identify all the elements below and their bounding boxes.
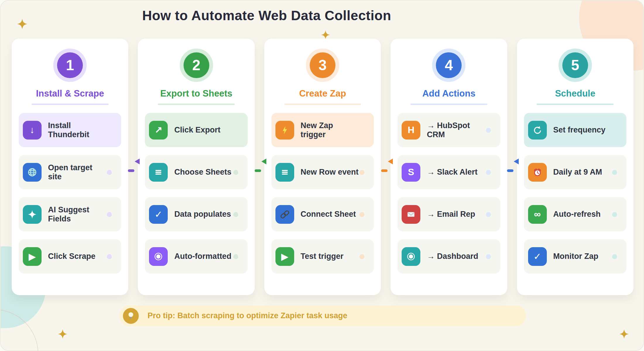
menu-lines-icon: [149, 163, 168, 182]
item-dot: [612, 128, 617, 133]
item-dot: [359, 170, 364, 175]
step-card-4: 4 Add Actions H → HubSpot CRM S → Slack …: [390, 39, 507, 295]
step-item: ▶ Click Scrape: [19, 239, 121, 273]
sparkle-icon: [57, 329, 68, 339]
item-dot: [612, 212, 617, 217]
step-item-label: → Slack Alert: [427, 168, 491, 177]
step-title: Export to Sheets: [145, 88, 247, 99]
step-item: New Row event: [271, 155, 374, 189]
step-badge-halo: 4: [432, 49, 465, 82]
step-item-label: Test trigger: [301, 252, 358, 261]
infinity-icon: ∞: [528, 205, 547, 224]
step-item: ∞ Auto-refresh: [524, 197, 626, 231]
arrow-dash: [255, 169, 261, 172]
sparkle-icon: [619, 329, 629, 339]
step-card-1: 1 Install & Scrape ↓ Install Thunderbit …: [12, 39, 128, 295]
play-icon: ▶: [23, 247, 42, 266]
infographic-page: How to Automate Web Data Collection 1 In…: [0, 0, 644, 351]
step-number-badge: 2: [184, 52, 209, 78]
connector-arrow-4: [507, 159, 519, 172]
step-item: Choose Sheets: [145, 155, 247, 189]
item-dot: [107, 212, 112, 217]
step-item-label: Click Export: [174, 125, 234, 135]
step-item: → Email Rep: [398, 197, 500, 231]
arrow-left-icon: [261, 159, 266, 164]
step-number-badge: 1: [57, 52, 83, 78]
item-dot: [359, 212, 364, 217]
item-dot: [359, 128, 364, 133]
connector-arrow-3: [381, 159, 393, 172]
slack-s-icon: S: [402, 163, 420, 182]
step-item: ↓ Install Thunderbit: [19, 113, 121, 147]
sparkle-icon: [321, 30, 330, 40]
step-badge-halo: 3: [306, 49, 339, 82]
item-dot: [233, 254, 238, 259]
item-dot: [612, 170, 617, 175]
step-number-badge: 4: [436, 52, 462, 78]
pro-tip-text: Pro tip: Batch scraping to optimize Zapi…: [148, 311, 347, 320]
check-icon: ✓: [528, 247, 547, 266]
step-item: Open target site: [19, 155, 121, 189]
ring-icon: [402, 247, 420, 266]
step-item: Daily at 9 AM: [524, 155, 626, 189]
step-title-underline: [537, 104, 614, 105]
step-item: ✓ Data populates: [145, 197, 247, 231]
play-icon: ▶: [275, 247, 294, 266]
item-dot: [107, 254, 112, 259]
step-item: ▶ Test trigger: [271, 239, 374, 273]
item-dot: [107, 128, 112, 133]
globe-icon: [23, 163, 42, 182]
connector-arrow-2: [255, 159, 266, 172]
step-item: New Zap trigger: [271, 113, 374, 147]
pro-tip-banner: Pro tip: Batch scraping to optimize Zapi…: [119, 305, 526, 326]
step-badge-halo: 5: [559, 49, 592, 82]
link-icon: [275, 205, 294, 224]
download-arrow-icon: ↓: [23, 121, 42, 140]
item-dot: [486, 128, 491, 133]
item-dot: [107, 170, 112, 175]
step-item: Connect Sheet: [271, 197, 374, 231]
envelope-icon: [402, 205, 420, 224]
hubspot-h-icon: H: [402, 121, 420, 140]
ai-sparkle-icon: [23, 205, 42, 224]
item-dot: [359, 254, 364, 259]
connector-arrow-1: [128, 159, 140, 172]
item-dot: [233, 170, 238, 175]
step-item: ✓ Monitor Zap: [524, 239, 626, 273]
step-badge-halo: 1: [53, 49, 87, 82]
ring-icon: [149, 247, 168, 266]
step-item-label: Click Scrape: [48, 252, 109, 261]
step-item-label: Daily at 9 AM: [553, 168, 616, 177]
step-item: AI Suggest Fields: [19, 197, 121, 231]
arrow-dash: [381, 169, 388, 172]
step-title-underline: [284, 104, 361, 105]
arrow-dash: [128, 169, 134, 172]
alarm-clock-icon: [528, 163, 547, 182]
step-item: S → Slack Alert: [398, 155, 500, 189]
step-item-label: Set frequency: [553, 125, 620, 135]
arrow-up-right-icon: ↗: [149, 121, 168, 140]
step-item: Auto-formatted: [145, 239, 247, 273]
step-item-label: → Email Rep: [427, 210, 489, 219]
step-badge-halo: 2: [180, 49, 213, 82]
step-item-label: → Dashboard: [427, 252, 492, 261]
page-title: How to Automate Web Data Collection: [1, 8, 533, 23]
step-title: Create Zap: [271, 88, 374, 99]
item-dot: [486, 212, 491, 217]
step-item: → Dashboard: [398, 239, 500, 273]
step-item: Set frequency: [524, 113, 626, 147]
step-item-label: Monitor Zap: [553, 252, 612, 261]
step-item-label: Auto-refresh: [553, 210, 615, 219]
item-dot: [233, 128, 238, 133]
arrow-left-icon: [514, 159, 519, 164]
item-dot: [486, 170, 491, 175]
lightbulb-icon: [123, 308, 139, 324]
refresh-icon: [528, 121, 547, 140]
item-dot: [486, 254, 491, 259]
arrow-left-icon: [135, 159, 140, 164]
step-title: Schedule: [524, 88, 626, 99]
lightning-icon: [275, 121, 294, 140]
step-card-5: 5 Schedule Set frequency Daily at 9 AM ∞: [517, 39, 633, 295]
menu-lines-icon: [275, 163, 294, 182]
step-title: Add Actions: [398, 88, 500, 99]
